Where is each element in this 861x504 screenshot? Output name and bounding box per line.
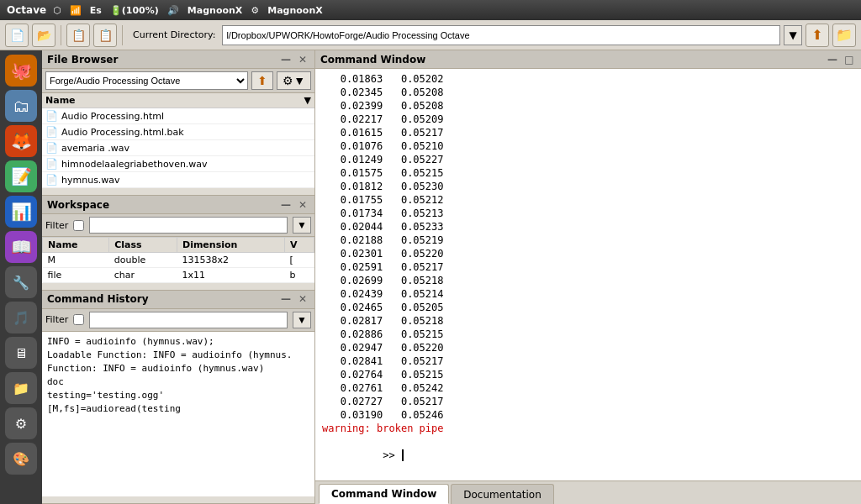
- workspace-filter-checkbox[interactable]: [73, 220, 84, 231]
- output-line: 0.02947 0.05220: [322, 341, 854, 354]
- command-history-horizontal-scrollbar[interactable]: [42, 496, 314, 503]
- warning-line: warning: broken pipe: [322, 422, 854, 435]
- app5-dock-icon[interactable]: 🔧: [5, 266, 37, 298]
- command-window-title: Command Window: [320, 54, 425, 66]
- ws-col-dimension: Dimension: [177, 238, 285, 253]
- navigate-up-button[interactable]: ⬆: [806, 24, 829, 47]
- file-path-selector[interactable]: Forge/Audio Processing Octave: [45, 71, 248, 90]
- file-list-item[interactable]: 📄avemaria .wav: [42, 140, 314, 156]
- output-line: 0.02817 0.05218: [322, 314, 854, 328]
- workspace-title: Workspace: [47, 199, 109, 211]
- current-directory-input[interactable]: [222, 25, 780, 45]
- workspace-filter-row: Filter ▼: [42, 214, 314, 237]
- file-list-item[interactable]: 📄hymnus.wav: [42, 172, 314, 188]
- file-navigate-up-button[interactable]: ⬆: [251, 71, 273, 90]
- file-browser-section: File Browser — ✕ Forge/Audio Processing …: [42, 50, 314, 196]
- output-line: 0.02761 0.05242: [322, 381, 854, 395]
- file-list: Name ▼ 📄Audio Processing.html📄Audio Proc…: [42, 93, 314, 188]
- command-history-line[interactable]: INFO = audioinfo (hymnus.wav);: [47, 335, 309, 349]
- ws-var-class: char: [109, 268, 177, 283]
- settings-icon: ⚙: [251, 5, 259, 16]
- command-history-dropdown-button[interactable]: ▼: [293, 312, 311, 328]
- command-history-close-button[interactable]: ✕: [296, 292, 309, 306]
- file-name: hymnus.wav: [61, 175, 120, 186]
- file-settings-button[interactable]: ⚙▼: [277, 71, 311, 90]
- ws-col-class: Class: [109, 238, 177, 253]
- reader-dock-icon[interactable]: 📖: [5, 231, 37, 263]
- username: MagnoonX: [267, 5, 323, 16]
- output-line: 0.02301 0.05220: [322, 247, 854, 260]
- workspace-section: Workspace — ✕ Filter ▼ Name Class Dimens…: [42, 196, 314, 291]
- command-history-filter-input[interactable]: [89, 312, 288, 328]
- command-history-lines: INFO = audioinfo (hymnus.wav);Loadable F…: [47, 335, 309, 416]
- new-file-button[interactable]: 📄: [5, 24, 29, 47]
- workspace-minimize-button[interactable]: —: [279, 198, 293, 212]
- command-history-line[interactable]: doc: [47, 375, 309, 389]
- file-browser-toolbar: Forge/Audio Processing Octave ⬆ ⚙▼: [42, 69, 314, 93]
- command-window-minimize-button[interactable]: —: [826, 53, 839, 66]
- wifi-icon: 📶: [70, 5, 82, 16]
- output-lines-container: 0.01863 0.05202 0.02345 0.05208 0.02399 …: [322, 72, 854, 422]
- app9-dock-icon[interactable]: ⚙: [5, 407, 37, 439]
- workspace-filter-input[interactable]: [89, 217, 288, 234]
- output-line: 0.02841 0.05217: [322, 354, 854, 368]
- dropbox-icon: ⬡: [53, 5, 61, 16]
- text-editor-dock-icon[interactable]: 📝: [5, 160, 37, 192]
- bookmark-button[interactable]: 📁: [832, 24, 856, 47]
- output-line: 0.02591 0.05217: [322, 260, 854, 274]
- copy-button[interactable]: 📋: [66, 24, 90, 47]
- command-history-line[interactable]: Loadable Function: INFO = audioinfo (hym…: [47, 349, 309, 362]
- files-dock-icon[interactable]: 🗂: [5, 90, 37, 122]
- command-history-minimize-button[interactable]: —: [279, 292, 293, 306]
- paste-button[interactable]: 📋: [93, 24, 117, 47]
- directory-dropdown-button[interactable]: ▼: [784, 25, 802, 45]
- file-browser-minimize-button[interactable]: —: [279, 53, 293, 66]
- file-list-item[interactable]: 📄Audio Processing.html: [42, 108, 314, 124]
- command-output[interactable]: 0.01863 0.05202 0.02345 0.05208 0.02399 …: [315, 69, 861, 480]
- output-line: 0.01249 0.05227: [322, 153, 854, 166]
- command-history-filter-checkbox[interactable]: [73, 314, 84, 325]
- app8-dock-icon[interactable]: 📁: [5, 372, 37, 404]
- file-horizontal-scrollbar[interactable]: [42, 188, 314, 195]
- output-line: 0.01734 0.05213: [322, 207, 854, 220]
- file-col-sort[interactable]: ▼: [304, 95, 311, 106]
- tab-command-window[interactable]: Command Window: [319, 484, 449, 504]
- file-browser-close-button[interactable]: ✕: [296, 53, 309, 66]
- workspace-table-row[interactable]: Mdouble131538x2[: [43, 253, 314, 268]
- firefox-dock-icon[interactable]: 🦊: [5, 125, 37, 157]
- file-browser-title: File Browser: [47, 54, 118, 66]
- file-list-item[interactable]: 📄Audio Processing.html.bak: [42, 124, 314, 140]
- command-history-line[interactable]: testing='testing.ogg': [47, 389, 309, 402]
- output-line: 0.02217 0.05209: [322, 113, 854, 126]
- file-rows-container: 📄Audio Processing.html📄Audio Processing.…: [42, 108, 314, 188]
- app7-dock-icon[interactable]: 🖥: [5, 337, 37, 369]
- workspace-close-button[interactable]: ✕: [296, 198, 309, 212]
- app6-dock-icon[interactable]: 🎵: [5, 302, 37, 333]
- output-line: 0.01076 0.05210: [322, 139, 854, 153]
- spreadsheet-dock-icon[interactable]: 📊: [5, 196, 37, 228]
- command-history-line[interactable]: [M,fs]=audioread(testing: [47, 402, 309, 416]
- file-name: avemaria .wav: [61, 143, 129, 154]
- left-panel: File Browser — ✕ Forge/Audio Processing …: [42, 50, 315, 504]
- command-history-line[interactable]: Function: INFO = audioinfo (hymnus.wav): [47, 362, 309, 375]
- output-line: 0.01575 0.05215: [322, 166, 854, 180]
- output-line: 0.02764 0.05215: [322, 368, 854, 381]
- output-line: 0.01755 0.05212: [322, 193, 854, 207]
- tab-documentation[interactable]: Documentation: [451, 484, 554, 504]
- app10-dock-icon[interactable]: 🎨: [5, 443, 37, 475]
- file-list-header: Name ▼: [42, 93, 314, 108]
- workspace-table-row[interactable]: filechar1x11b: [43, 268, 314, 283]
- ws-var-name: M: [43, 253, 109, 268]
- command-window-maximize-button[interactable]: □: [843, 53, 856, 66]
- workspace-table: Name Class Dimension V Mdouble131538x2[f…: [42, 237, 314, 283]
- ws-col-v: V: [284, 238, 314, 253]
- workspace-horizontal-scrollbar[interactable]: [42, 283, 314, 290]
- lang-indicator: Es: [90, 5, 102, 16]
- octave-dock-icon[interactable]: 🐙: [5, 55, 37, 87]
- ws-var-dimension: 131538x2: [177, 253, 285, 268]
- workspace-dropdown-button[interactable]: ▼: [293, 217, 311, 234]
- file-list-item[interactable]: 📄himnodelaalegriabethoven.wav: [42, 156, 314, 172]
- output-line: 0.02699 0.05218: [322, 274, 854, 287]
- ws-var-value: b: [284, 268, 314, 283]
- open-file-button[interactable]: 📂: [32, 24, 55, 47]
